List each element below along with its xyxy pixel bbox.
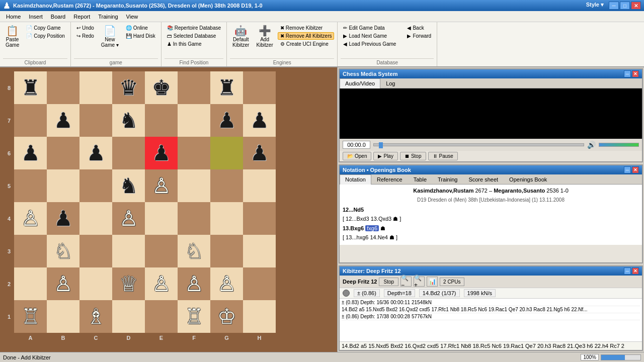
- square-h4[interactable]: [243, 202, 276, 235]
- tab-score-sheet[interactable]: Score sheet: [463, 174, 504, 184]
- kibitzer-minimize-button[interactable]: ─: [624, 267, 631, 275]
- load-prev-game-button[interactable]: ◀ Load Previous Game: [341, 40, 398, 48]
- square-g5[interactable]: [210, 169, 243, 202]
- tab-log[interactable]: Log: [380, 78, 400, 88]
- square-h3[interactable]: [243, 235, 276, 267]
- square-e2[interactable]: ♙: [145, 267, 178, 300]
- back-button[interactable]: ◀ Back: [405, 24, 434, 32]
- square-e5[interactable]: ♙: [145, 169, 178, 202]
- add-kibitzer-button[interactable]: ➕ AddKibitzer: [254, 24, 275, 49]
- square-h6[interactable]: ♟: [243, 137, 276, 169]
- square-f2[interactable]: ♙: [178, 267, 210, 300]
- square-f6[interactable]: [178, 137, 210, 169]
- kibitzer-settings-button[interactable]: 📊: [427, 277, 438, 287]
- menu-training[interactable]: Training: [94, 13, 122, 21]
- square-a2[interactable]: [14, 267, 47, 300]
- kibitzer-zoom-in-button[interactable]: 🔍+: [414, 277, 425, 287]
- square-g1[interactable]: ♔: [210, 300, 243, 333]
- square-g4[interactable]: [210, 202, 243, 235]
- kibitzer-zoom-out-button[interactable]: 🔍−: [400, 277, 412, 287]
- square-b5[interactable]: [47, 169, 79, 202]
- tab-audio-video[interactable]: Audio/Video: [340, 78, 380, 88]
- square-d1[interactable]: [112, 300, 145, 333]
- square-b4[interactable]: ♟: [47, 202, 79, 235]
- seek-thumb[interactable]: [379, 142, 383, 148]
- menu-view[interactable]: View: [122, 13, 142, 21]
- square-g3[interactable]: [210, 235, 243, 267]
- undo-button[interactable]: ↩ Undo: [74, 24, 97, 32]
- square-c5[interactable]: [79, 169, 112, 202]
- square-c1[interactable]: ♗: [79, 300, 112, 333]
- square-d3[interactable]: [112, 235, 145, 267]
- kibitzer-cpu-button[interactable]: 2 CPUs: [440, 278, 464, 286]
- in-this-game-button[interactable]: ♟ In this Game: [165, 40, 223, 48]
- notation-close-button[interactable]: ✕: [632, 166, 639, 173]
- square-a7[interactable]: [14, 104, 47, 137]
- menu-home[interactable]: Home: [2, 13, 25, 21]
- default-kibitzer-button[interactable]: 🤖 DefaultKibitzer: [230, 24, 252, 49]
- hard-disk-button[interactable]: 💾 Hard Disk: [123, 32, 158, 40]
- square-b3[interactable]: ♘: [47, 235, 79, 267]
- square-g6[interactable]: [210, 137, 243, 169]
- kibitzer-close-button[interactable]: ✕: [632, 267, 639, 275]
- stop-button[interactable]: ⏹ Stop: [400, 152, 426, 160]
- kibitzer-stop-button[interactable]: Stop: [379, 278, 398, 286]
- seek-bar[interactable]: [373, 143, 584, 146]
- square-f3[interactable]: ♘: [178, 235, 210, 267]
- square-d6[interactable]: [112, 137, 145, 169]
- tab-table[interactable]: Table: [408, 174, 432, 184]
- square-f8[interactable]: [178, 71, 210, 104]
- square-h8[interactable]: [243, 71, 276, 104]
- selected-database-button[interactable]: 🗃 Selected Database: [165, 32, 223, 40]
- copy-game-button[interactable]: 📄 Copy Game: [24, 24, 67, 32]
- forward-button[interactable]: ▶ Forward: [405, 32, 434, 40]
- remove-kibitzer-button[interactable]: ✖ Remove Kibitzer: [278, 24, 335, 32]
- highlighted-move[interactable]: fxg6: [365, 225, 379, 231]
- new-game-button[interactable]: 📄 NewGame ▾: [99, 24, 121, 49]
- style-label[interactable]: Style ▾: [582, 2, 608, 10]
- media-close-button[interactable]: ✕: [632, 70, 639, 77]
- pause-button[interactable]: ⏸ Pause: [428, 152, 458, 160]
- close-button[interactable]: ✕: [631, 2, 641, 10]
- square-d7[interactable]: ♞: [112, 104, 145, 137]
- square-e6[interactable]: ♟: [145, 137, 178, 169]
- redo-button[interactable]: ↪ Redo: [74, 32, 97, 40]
- square-b2[interactable]: ♙: [47, 267, 79, 300]
- square-h1[interactable]: [243, 300, 276, 333]
- square-a4[interactable]: ♙: [14, 202, 47, 235]
- tab-openings-book[interactable]: Openings Book: [504, 174, 552, 184]
- paste-game-button[interactable]: 📋 PasteGame: [3, 24, 22, 49]
- square-a5[interactable]: [14, 169, 47, 202]
- notation-minimize-button[interactable]: ─: [624, 166, 631, 173]
- copy-position-button[interactable]: 📄 Copy Position: [24, 32, 67, 40]
- square-c6[interactable]: ♟: [79, 137, 112, 169]
- square-a6[interactable]: ♟: [14, 137, 47, 169]
- volume-bar[interactable]: [599, 143, 639, 147]
- maximize-button[interactable]: □: [620, 2, 630, 10]
- square-a1[interactable]: ♖: [14, 300, 47, 333]
- square-f4[interactable]: [178, 202, 210, 235]
- square-c2[interactable]: [79, 267, 112, 300]
- play-button[interactable]: ▶ Play: [373, 152, 397, 160]
- repertoire-database-button[interactable]: 📚 Repertoire Database: [165, 24, 223, 32]
- square-d2[interactable]: ♕: [112, 267, 145, 300]
- square-a3[interactable]: [14, 235, 47, 267]
- square-e4[interactable]: [145, 202, 178, 235]
- tab-reference[interactable]: Reference: [371, 174, 408, 184]
- menu-report[interactable]: Report: [69, 13, 94, 21]
- square-e7[interactable]: [145, 104, 178, 137]
- square-g2[interactable]: ♙: [210, 267, 243, 300]
- square-g7[interactable]: ♟: [210, 104, 243, 137]
- open-button[interactable]: 📂 Open: [343, 152, 371, 160]
- load-next-game-button[interactable]: ▶ Load Next Game: [341, 32, 398, 40]
- square-g8[interactable]: ♜: [210, 71, 243, 104]
- square-c4[interactable]: [79, 202, 112, 235]
- square-b7[interactable]: ♟: [47, 104, 79, 137]
- square-d8[interactable]: ♛: [112, 71, 145, 104]
- square-h7[interactable]: ♟: [243, 104, 276, 137]
- square-b8[interactable]: [47, 71, 79, 104]
- square-d5[interactable]: ♞: [112, 169, 145, 202]
- square-e1[interactable]: [145, 300, 178, 333]
- square-c3[interactable]: [79, 235, 112, 267]
- tab-training[interactable]: Training: [432, 174, 463, 184]
